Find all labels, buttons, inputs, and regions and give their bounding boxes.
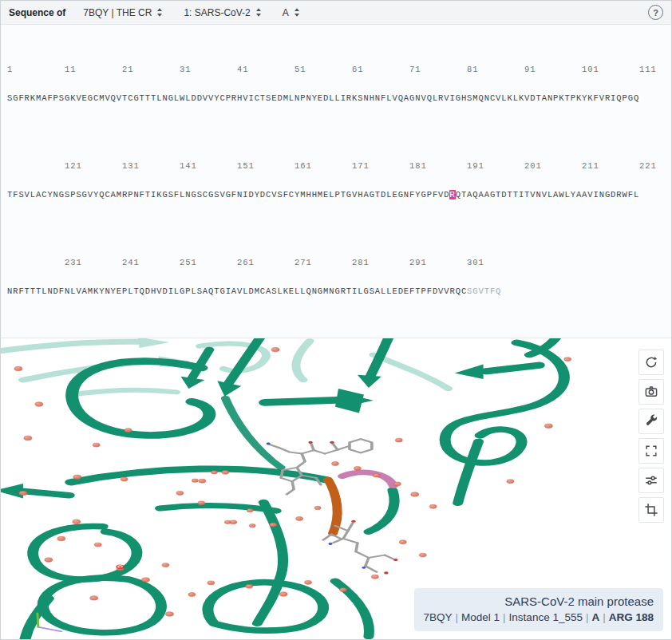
benzyl-ring — [350, 439, 372, 452]
residue-highlight-arg188: R — [449, 190, 455, 200]
seq-segment: QTAQAAGTDTTITVNVLAWLYAAVINGDRWFL — [456, 190, 639, 200]
sequence-letters[interactable]: NRFTTTLNDFNLVAMKYNYEPLTQDHVDILGPLSAQTGIA… — [7, 286, 665, 296]
selection-mode-button[interactable] — [638, 497, 664, 523]
selection-breadcrumb: 7BQY|Model 1|Instance 1_555|A|ARG 188 — [424, 610, 654, 625]
info-instance: Instance 1_555 — [509, 611, 583, 623]
info-chain: A — [591, 611, 599, 623]
entity-select-value: 1: SARS-CoV-2 — [184, 7, 250, 18]
select-updown-icon — [156, 7, 163, 18]
seq-segment: TFSVLACYNGSPSGVYQCAMRPNFTIKGSFLNGSCGSVGF… — [7, 190, 449, 200]
screenshot-camera-icon — [644, 385, 658, 399]
select-updown-icon — [255, 7, 262, 18]
structure-title: SARS-CoV-2 main protease — [424, 594, 654, 609]
sequence-toolbar: Sequence of 7BQY | THE CR 1: SARS-CoV-2 … — [1, 1, 671, 25]
info-model: Model 1 — [461, 611, 500, 623]
structure-select[interactable]: 7BQY | THE CR — [83, 7, 163, 18]
viewport-3d-canvas[interactable]: SARS-CoV-2 main protease 7BQY|Model 1|In… — [1, 338, 671, 639]
seq-segment: NRFTTTLNDFNLVAMKYNYEPLTQDHVDILGPLSAQTGIA… — [7, 286, 467, 296]
sequence-numbers: 1 11 21 31 41 51 61 71 81 91 101 111 — [7, 65, 665, 74]
help-icon: ? — [653, 8, 658, 18]
reset-camera-icon — [644, 355, 658, 369]
seq-segment: SGFRKMAFPSGKVEGCMVQVTCGTTTLNGLWLDDVVYCPR… — [7, 93, 639, 103]
chain-select-value: A — [283, 7, 289, 18]
expand-viewport-button[interactable] — [638, 438, 664, 464]
sequence-numbers: 231 241 251 261 271 281 291 301 — [7, 259, 665, 267]
structure-select-value: 7BQY | THE CR — [83, 7, 152, 18]
unmodeled-tail: SGVTFQ — [467, 286, 501, 296]
info-separator: | — [453, 611, 462, 623]
reset-camera-button[interactable] — [638, 350, 664, 375]
toggle-controls-button[interactable] — [638, 409, 664, 434]
sequence-row: 231 241 251 261 271 281 291 301 NRFTTTLN… — [7, 239, 665, 315]
help-button[interactable]: ? — [648, 5, 663, 20]
fullscreen-icon — [644, 444, 658, 458]
pink-segment — [342, 472, 393, 486]
sequence-of-label: Sequence of — [9, 7, 65, 18]
molstar-viewer: Sequence of 7BQY | THE CR 1: SARS-CoV-2 … — [0, 0, 672, 640]
sequence-numbers: 121 131 141 151 161 171 181 191 201 211 … — [7, 162, 665, 171]
viewport-controls — [638, 350, 664, 523]
sequence-row: 121 131 141 151 161 171 181 191 201 211 … — [7, 143, 665, 219]
info-residue: ARG 188 — [609, 611, 654, 623]
entity-select[interactable]: 1: SARS-CoV-2 — [184, 7, 261, 18]
sequence-panel: 1 11 21 31 41 51 61 71 81 91 101 111 SGF… — [1, 25, 671, 338]
selection-info-box: SARS-CoV-2 main protease 7BQY|Model 1|In… — [414, 588, 663, 631]
crop-icon — [644, 503, 658, 517]
settings-button[interactable] — [638, 468, 664, 493]
sliders-icon — [644, 473, 658, 488]
wrench-icon — [644, 414, 658, 429]
info-pdb-id: 7BQY — [424, 611, 453, 623]
chain-select[interactable]: A — [283, 7, 300, 18]
select-updown-icon — [294, 7, 300, 18]
info-separator: | — [599, 611, 609, 623]
sequence-letters[interactable]: SGFRKMAFPSGKVEGCMVQVTCGTTTLNGLWLDDVVYCPR… — [7, 93, 665, 103]
sequence-letters[interactable]: TFSVLACYNGSPSGVYQCAMRPNFTIKGSFLNGSCGSVGF… — [7, 190, 665, 200]
sequence-row: 1 11 21 31 41 51 61 71 81 91 101 111 SGF… — [7, 46, 665, 122]
info-separator: | — [583, 611, 592, 623]
info-separator: | — [500, 611, 509, 623]
screenshot-button[interactable] — [638, 379, 664, 405]
